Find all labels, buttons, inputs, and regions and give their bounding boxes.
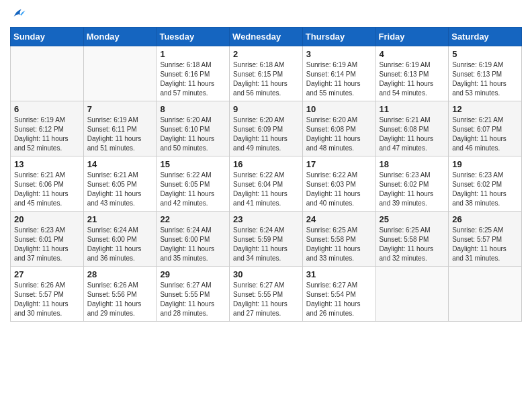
calendar-cell: 22Sunrise: 6:24 AMSunset: 6:00 PMDayligh…: [157, 212, 230, 267]
calendar-week-row: 13Sunrise: 6:21 AMSunset: 6:06 PMDayligh…: [11, 156, 522, 212]
day-number: 6: [14, 104, 80, 114]
calendar-cell: 26Sunrise: 6:25 AMSunset: 5:57 PMDayligh…: [449, 212, 522, 267]
calendar-cell: 14Sunrise: 6:21 AMSunset: 6:05 PMDayligh…: [83, 156, 157, 212]
weekday-header-tuesday: Tuesday: [157, 28, 230, 46]
day-info: Sunrise: 6:27 AMSunset: 5:54 PMDaylight:…: [306, 281, 372, 318]
day-info: Sunrise: 6:25 AMSunset: 5:58 PMDaylight:…: [306, 226, 372, 263]
day-info: Sunrise: 6:21 AMSunset: 6:08 PMDaylight:…: [380, 116, 445, 153]
weekday-header-saturday: Saturday: [449, 28, 522, 46]
day-info: Sunrise: 6:27 AMSunset: 5:55 PMDaylight:…: [160, 281, 226, 318]
calendar-week-row: 20Sunrise: 6:23 AMSunset: 6:01 PMDayligh…: [11, 212, 522, 267]
day-info: Sunrise: 6:24 AMSunset: 6:00 PMDaylight:…: [87, 226, 153, 263]
calendar-cell: 13Sunrise: 6:21 AMSunset: 6:06 PMDayligh…: [11, 156, 84, 212]
day-info: Sunrise: 6:26 AMSunset: 5:57 PMDaylight:…: [14, 281, 80, 318]
day-number: 22: [160, 214, 226, 224]
weekday-header-sunday: Sunday: [11, 28, 84, 46]
day-info: Sunrise: 6:19 AMSunset: 6:14 PMDaylight:…: [306, 60, 372, 98]
day-info: Sunrise: 6:22 AMSunset: 6:04 PMDaylight:…: [233, 171, 299, 208]
calendar-cell: 20Sunrise: 6:23 AMSunset: 6:01 PMDayligh…: [11, 212, 84, 267]
calendar-cell: 3Sunrise: 6:19 AMSunset: 6:14 PMDaylight…: [302, 46, 375, 101]
day-info: Sunrise: 6:22 AMSunset: 6:05 PMDaylight:…: [160, 171, 226, 208]
day-info: Sunrise: 6:25 AMSunset: 5:57 PMDaylight:…: [452, 226, 518, 263]
day-number: 3: [306, 49, 372, 59]
day-number: 26: [452, 214, 518, 224]
day-number: 20: [14, 214, 80, 224]
day-number: 9: [233, 104, 299, 114]
calendar-cell: 23Sunrise: 6:24 AMSunset: 5:59 PMDayligh…: [230, 212, 303, 267]
calendar-cell: [375, 267, 449, 322]
day-number: 11: [380, 104, 445, 114]
calendar-cell: [11, 46, 84, 101]
day-info: Sunrise: 6:21 AMSunset: 6:05 PMDaylight:…: [87, 171, 153, 208]
day-number: 12: [452, 104, 518, 114]
day-number: 8: [160, 104, 226, 114]
calendar-cell: 8Sunrise: 6:20 AMSunset: 6:10 PMDaylight…: [157, 101, 230, 156]
day-info: Sunrise: 6:19 AMSunset: 6:12 PMDaylight:…: [14, 116, 80, 153]
day-number: 13: [14, 159, 80, 169]
day-number: 31: [306, 269, 372, 279]
day-number: 2: [233, 49, 299, 59]
calendar-cell: 7Sunrise: 6:19 AMSunset: 6:11 PMDaylight…: [83, 101, 157, 156]
day-number: 25: [380, 214, 445, 224]
day-info: Sunrise: 6:27 AMSunset: 5:55 PMDaylight:…: [233, 281, 299, 318]
calendar-cell: 6Sunrise: 6:19 AMSunset: 6:12 PMDaylight…: [11, 101, 84, 156]
day-number: 30: [233, 269, 299, 279]
page: SundayMondayTuesdayWednesdayThursdayFrid…: [0, 0, 532, 411]
day-number: 16: [233, 159, 299, 169]
day-number: 1: [160, 49, 226, 59]
day-info: Sunrise: 6:24 AMSunset: 5:59 PMDaylight:…: [233, 226, 299, 263]
day-number: 5: [452, 49, 518, 59]
calendar-week-row: 6Sunrise: 6:19 AMSunset: 6:12 PMDaylight…: [11, 101, 522, 156]
calendar-cell: [83, 46, 157, 101]
day-number: 15: [160, 159, 226, 169]
calendar-cell: 17Sunrise: 6:22 AMSunset: 6:03 PMDayligh…: [302, 156, 375, 212]
weekday-header-row: SundayMondayTuesdayWednesdayThursdayFrid…: [11, 28, 522, 46]
calendar-cell: 16Sunrise: 6:22 AMSunset: 6:04 PMDayligh…: [230, 156, 303, 212]
calendar-cell: 29Sunrise: 6:27 AMSunset: 5:55 PMDayligh…: [157, 267, 230, 322]
calendar-table: SundayMondayTuesdayWednesdayThursdayFrid…: [10, 27, 522, 322]
logo: [10, 7, 26, 21]
day-info: Sunrise: 6:21 AMSunset: 6:06 PMDaylight:…: [14, 171, 80, 208]
day-info: Sunrise: 6:23 AMSunset: 6:02 PMDaylight:…: [380, 171, 445, 208]
calendar-cell: 4Sunrise: 6:19 AMSunset: 6:13 PMDaylight…: [375, 46, 449, 101]
day-info: Sunrise: 6:18 AMSunset: 6:15 PMDaylight:…: [233, 60, 299, 98]
day-info: Sunrise: 6:21 AMSunset: 6:07 PMDaylight:…: [452, 116, 518, 153]
day-number: 28: [87, 269, 153, 279]
calendar-cell: 9Sunrise: 6:20 AMSunset: 6:09 PMDaylight…: [230, 101, 303, 156]
calendar-cell: 1Sunrise: 6:18 AMSunset: 6:16 PMDaylight…: [157, 46, 230, 101]
day-number: 17: [306, 159, 372, 169]
day-number: 24: [306, 214, 372, 224]
day-number: 7: [87, 104, 153, 114]
day-number: 27: [14, 269, 80, 279]
day-info: Sunrise: 6:19 AMSunset: 6:13 PMDaylight:…: [380, 60, 445, 98]
calendar-cell: 27Sunrise: 6:26 AMSunset: 5:57 PMDayligh…: [11, 267, 84, 322]
day-info: Sunrise: 6:22 AMSunset: 6:03 PMDaylight:…: [306, 171, 372, 208]
day-info: Sunrise: 6:25 AMSunset: 5:58 PMDaylight:…: [380, 226, 445, 263]
day-number: 21: [87, 214, 153, 224]
day-info: Sunrise: 6:19 AMSunset: 6:11 PMDaylight:…: [87, 116, 153, 153]
day-info: Sunrise: 6:24 AMSunset: 6:00 PMDaylight:…: [160, 226, 226, 263]
calendar-cell: 18Sunrise: 6:23 AMSunset: 6:02 PMDayligh…: [375, 156, 449, 212]
logo-bird-icon: [11, 7, 26, 21]
calendar-week-row: 1Sunrise: 6:18 AMSunset: 6:16 PMDaylight…: [11, 46, 522, 101]
calendar-cell: 2Sunrise: 6:18 AMSunset: 6:15 PMDaylight…: [230, 46, 303, 101]
day-info: Sunrise: 6:19 AMSunset: 6:13 PMDaylight:…: [452, 60, 518, 98]
day-info: Sunrise: 6:26 AMSunset: 5:56 PMDaylight:…: [87, 281, 153, 318]
calendar-week-row: 27Sunrise: 6:26 AMSunset: 5:57 PMDayligh…: [11, 267, 522, 322]
calendar-cell: 12Sunrise: 6:21 AMSunset: 6:07 PMDayligh…: [449, 101, 522, 156]
calendar-cell: [449, 267, 522, 322]
weekday-header-monday: Monday: [83, 28, 157, 46]
weekday-header-wednesday: Wednesday: [230, 28, 303, 46]
day-info: Sunrise: 6:18 AMSunset: 6:16 PMDaylight:…: [160, 60, 226, 98]
day-number: 18: [380, 159, 445, 169]
day-info: Sunrise: 6:23 AMSunset: 6:02 PMDaylight:…: [452, 171, 518, 208]
calendar-cell: 11Sunrise: 6:21 AMSunset: 6:08 PMDayligh…: [375, 101, 449, 156]
calendar-cell: 30Sunrise: 6:27 AMSunset: 5:55 PMDayligh…: [230, 267, 303, 322]
day-info: Sunrise: 6:23 AMSunset: 6:01 PMDaylight:…: [14, 226, 80, 263]
calendar-cell: 31Sunrise: 6:27 AMSunset: 5:54 PMDayligh…: [302, 267, 375, 322]
day-number: 10: [306, 104, 372, 114]
day-info: Sunrise: 6:20 AMSunset: 6:08 PMDaylight:…: [306, 116, 372, 153]
weekday-header-friday: Friday: [375, 28, 449, 46]
calendar-cell: 28Sunrise: 6:26 AMSunset: 5:56 PMDayligh…: [83, 267, 157, 322]
calendar-cell: 10Sunrise: 6:20 AMSunset: 6:08 PMDayligh…: [302, 101, 375, 156]
